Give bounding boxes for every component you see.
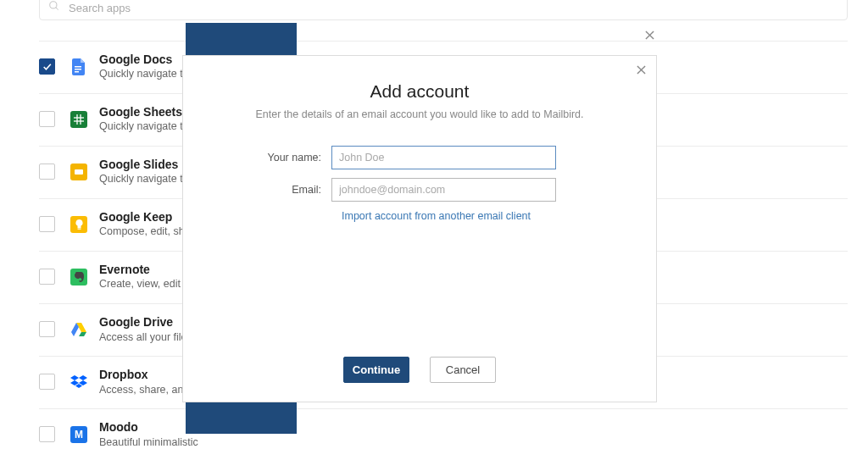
checkbox-google-slides[interactable] (39, 164, 55, 180)
google-drive-icon (70, 321, 87, 338)
svg-line-1 (56, 8, 58, 10)
modal-subtitle: Enter the details of an email account yo… (183, 108, 656, 120)
svg-point-0 (50, 2, 57, 8)
close-icon[interactable] (632, 61, 649, 78)
modal-title: Add account (183, 81, 656, 102)
google-keep-icon (70, 216, 87, 233)
svg-marker-16 (79, 375, 87, 380)
email-label: Email: (200, 184, 331, 196)
checkbox-google-docs[interactable] (39, 58, 55, 75)
add-account-modal: Add account Enter the details of an emai… (182, 55, 657, 402)
svg-rect-11 (77, 228, 81, 229)
checkbox-dropbox[interactable] (39, 374, 55, 390)
app-desc: Beautiful minimalistic (99, 435, 198, 449)
svg-marker-15 (70, 375, 79, 380)
moodo-icon: M (70, 426, 87, 443)
search-bar[interactable] (39, 0, 848, 20)
svg-rect-3 (75, 69, 81, 70)
evernote-icon (70, 269, 87, 285)
svg-rect-5 (74, 114, 84, 125)
checkbox-moodo[interactable] (39, 426, 55, 442)
dropbox-icon (70, 374, 87, 391)
search-icon (48, 0, 60, 15)
close-icon[interactable] (640, 25, 659, 44)
svg-rect-2 (75, 66, 81, 68)
checkbox-google-drive[interactable] (39, 321, 55, 337)
svg-rect-10 (75, 169, 83, 175)
continue-button[interactable]: Continue (343, 357, 409, 383)
import-account-link[interactable]: Import account from another email client (342, 210, 622, 222)
app-name: Moodo (99, 419, 198, 435)
email-input[interactable] (331, 178, 556, 202)
google-slides-icon (70, 164, 87, 180)
checkbox-google-sheets[interactable] (39, 111, 55, 127)
name-input[interactable] (331, 146, 556, 169)
add-account-form: Your name: Email: Import account from an… (183, 146, 656, 222)
app-row-moodo[interactable]: M Moodo Beautiful minimalistic (39, 409, 848, 449)
search-input[interactable] (69, 2, 838, 14)
google-docs-icon (70, 58, 87, 75)
svg-marker-13 (79, 332, 86, 336)
checkbox-google-keep[interactable] (39, 216, 55, 232)
svg-marker-19 (75, 384, 82, 388)
checkbox-evernote[interactable] (39, 269, 55, 285)
name-label: Your name: (200, 152, 331, 164)
svg-rect-4 (75, 71, 79, 73)
cancel-button[interactable]: Cancel (430, 357, 496, 383)
google-sheets-icon (70, 111, 87, 128)
